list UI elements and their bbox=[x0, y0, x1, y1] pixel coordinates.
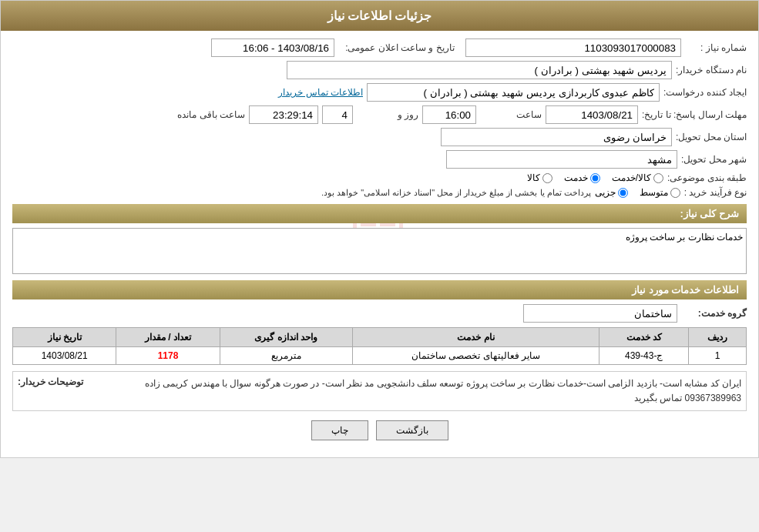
need-number-input[interactable] bbox=[465, 38, 681, 57]
purchase-type-label: نوع فرآیند خرید : bbox=[684, 187, 747, 198]
deadline-date-input[interactable] bbox=[546, 105, 638, 124]
buyer-notes-label: توضیحات خریدار: bbox=[18, 376, 83, 387]
subject-option-kala[interactable]: کالا bbox=[527, 172, 552, 183]
buyer-name-label: نام دستگاه خریدار: bbox=[676, 65, 747, 75]
province-row: استان محل تحویل: bbox=[12, 128, 747, 146]
services-heading: اطلاعات خدمات مورد نیاز bbox=[12, 280, 747, 299]
purchase-type-jozii[interactable]: جزیی bbox=[595, 187, 628, 198]
deadline-remaining-input[interactable] bbox=[249, 105, 318, 124]
purchase-type-row: نوع فرآیند خرید : متوسط جزیی پرداخت تمام… bbox=[12, 187, 747, 198]
table-header: ردیف کد خدمت نام خدمت واحد اندازه گیری ت… bbox=[13, 328, 747, 347]
buyer-notes-content: ایران کد مشابه است- بازدید الزامی است-خد… bbox=[91, 376, 741, 406]
announce-date-input[interactable] bbox=[211, 38, 334, 57]
cell-quantity: 1178 bbox=[116, 347, 220, 365]
creator-input[interactable] bbox=[367, 83, 660, 102]
purchase-type-radio-group: متوسط جزیی bbox=[595, 187, 680, 198]
col-unit: واحد اندازه گیری bbox=[220, 328, 352, 347]
buyer-notes-text: ایران کد مشابه است- بازدید الزامی است-خد… bbox=[145, 378, 741, 403]
service-group-row: گروه خدمت: bbox=[12, 304, 747, 323]
need-number-label: شماره نیاز : bbox=[685, 42, 747, 53]
creator-row: ایجاد کننده درخواست: اطلاعات تماس خریدار bbox=[12, 83, 747, 102]
back-button[interactable]: بازگشت bbox=[376, 420, 448, 440]
col-code: کد خدمت bbox=[599, 328, 689, 347]
col-row: ردیف bbox=[689, 328, 747, 347]
service-group-input[interactable] bbox=[523, 304, 677, 323]
buyer-name-row: نام دستگاه خریدار: bbox=[12, 61, 747, 79]
description-row bbox=[12, 228, 747, 274]
creator-label: ایجاد کننده درخواست: bbox=[663, 87, 747, 98]
table-row: 1 ج-43-439 سایر فعالیتهای تخصصی ساختمان … bbox=[13, 347, 747, 365]
city-row: شهر محل تحویل: bbox=[12, 150, 747, 169]
cell-row: 1 bbox=[689, 347, 747, 365]
province-label: استان محل تحویل: bbox=[676, 132, 747, 142]
deadline-time-label: ساعت bbox=[480, 109, 542, 120]
purchase-type-motovaset[interactable]: متوسط bbox=[640, 187, 680, 198]
province-input[interactable] bbox=[441, 128, 672, 146]
buyer-notes-section: ایران کد مشابه است- بازدید الزامی است-خد… bbox=[12, 371, 747, 411]
deadline-time-input[interactable] bbox=[422, 105, 476, 124]
table-body: 1 ج-43-439 سایر فعالیتهای تخصصی ساختمان … bbox=[13, 347, 747, 365]
col-date: تاریخ نیاز bbox=[13, 328, 116, 347]
need-number-row: شماره نیاز : تاریخ و ساعت اعلان عمومی: bbox=[12, 38, 747, 57]
purchase-type-note: پرداخت تمام یا بخشی از مبلغ خریدار از مح… bbox=[12, 188, 591, 198]
page-title: جزئیات اطلاعات نیاز bbox=[327, 9, 432, 22]
buyer-name-input[interactable] bbox=[287, 61, 672, 79]
deadline-row: مهلت ارسال پاسخ: تا تاریخ: ساعت روز و سا… bbox=[12, 105, 747, 124]
deadline-remaining-label: ساعت باقی مانده bbox=[177, 109, 245, 120]
description-heading: شرح کلی نیاز: bbox=[12, 204, 747, 223]
print-button[interactable]: چاپ bbox=[311, 420, 368, 440]
button-row: بازگشت چاپ bbox=[12, 420, 747, 440]
cell-unit: مترمربع bbox=[220, 347, 352, 365]
subject-radio-group: کالا/خدمت خدمت کالا bbox=[527, 172, 663, 183]
cell-name: سایر فعالیتهای تخصصی ساختمان bbox=[352, 347, 599, 365]
page-wrapper: جزئیات اطلاعات نیاز 🛡 شماره نیاز : تاریخ… bbox=[0, 0, 759, 458]
deadline-days-input[interactable] bbox=[322, 105, 353, 124]
services-table: ردیف کد خدمت نام خدمت واحد اندازه گیری ت… bbox=[12, 327, 747, 365]
city-input[interactable] bbox=[446, 150, 677, 169]
subject-row: طبقه بندی موضوعی: کالا/خدمت خدمت کالا bbox=[12, 172, 747, 183]
city-label: شهر محل تحویل: bbox=[681, 154, 747, 165]
cell-date: 1403/08/21 bbox=[13, 347, 116, 365]
description-textarea[interactable] bbox=[12, 228, 747, 274]
subject-option-khedmat[interactable]: خدمت bbox=[564, 172, 600, 183]
deadline-days-label: روز و bbox=[357, 109, 418, 120]
deadline-label: مهلت ارسال پاسخ: تا تاریخ: bbox=[642, 109, 747, 120]
cell-code: ج-43-439 bbox=[599, 347, 689, 365]
col-quantity: تعداد / مقدار bbox=[116, 328, 220, 347]
table-header-row: ردیف کد خدمت نام خدمت واحد اندازه گیری ت… bbox=[13, 328, 747, 347]
subject-option-kala-khedmat[interactable]: کالا/خدمت bbox=[612, 172, 663, 183]
page-header: جزئیات اطلاعات نیاز bbox=[1, 1, 758, 31]
col-name: نام خدمت bbox=[352, 328, 599, 347]
service-group-label: گروه خدمت: bbox=[685, 308, 747, 319]
announce-date-label: تاریخ و ساعت اعلان عمومی: bbox=[338, 42, 462, 53]
form-area: شماره نیاز : تاریخ و ساعت اعلان عمومی: ن… bbox=[12, 38, 747, 440]
contact-link[interactable]: اطلاعات تماس خریدار bbox=[278, 87, 363, 98]
subject-label: طبقه بندی موضوعی: bbox=[667, 172, 747, 183]
content-area: 🛡 شماره نیاز : تاریخ و ساعت اعلان عمومی:… bbox=[1, 31, 758, 457]
